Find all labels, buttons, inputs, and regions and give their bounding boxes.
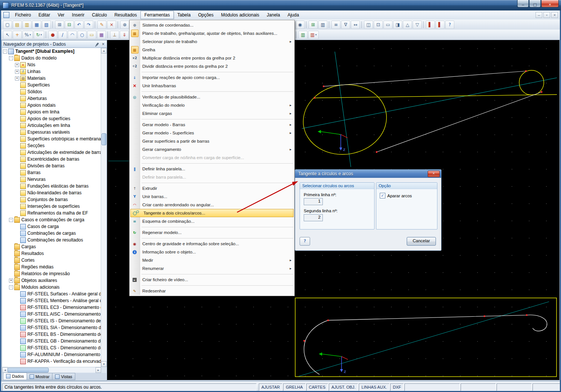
scroll-right-icon[interactable]: ► xyxy=(95,367,101,373)
menubar-item[interactable]: Editar xyxy=(35,11,54,19)
menu-item[interactable]: Tangente a dois círculos/arcos... xyxy=(130,209,294,217)
copy-button[interactable]: ⊞ xyxy=(55,21,64,29)
tree-item[interactable]: + Linhas xyxy=(2,68,101,75)
plane-button[interactable]: ▭ xyxy=(383,21,392,29)
navigator-tab[interactable]: Vistas xyxy=(52,373,75,380)
tree-expander[interactable] xyxy=(15,359,19,364)
maximize-button[interactable]: ▢ xyxy=(529,0,541,7)
tree-item[interactable]: RF-STEEL AISC - Dimensionamento de barra… xyxy=(2,311,101,317)
menu-item[interactable]: Extrudir xyxy=(130,184,294,192)
tree-item[interactable]: - Módulos adicionais xyxy=(2,284,101,291)
tree-item[interactable]: - Tangent* [Dlubal Examples] xyxy=(2,48,101,55)
menu-item[interactable]: Eliminar cargas xyxy=(130,109,294,118)
menu-item[interactable]: Gerar modelo - Superfícies xyxy=(130,129,294,137)
navigator-tab[interactable]: Dados xyxy=(3,373,27,380)
tree-expander[interactable] xyxy=(15,306,19,310)
new-circle-button[interactable]: ○ xyxy=(78,31,87,39)
menu-item[interactable]: Renumerar xyxy=(130,264,294,273)
tree-item[interactable]: Conjuntos de barras xyxy=(2,196,101,203)
tree-item[interactable]: Fundações elásticas de barras xyxy=(2,183,101,189)
dialog-cancel-button[interactable]: Cancelar xyxy=(407,237,436,246)
tree-expander[interactable] xyxy=(15,292,19,296)
tree-item[interactable]: RF-STEEL EC3 - Dimensionamento de barras xyxy=(2,304,101,311)
tree-expander[interactable] xyxy=(15,353,19,357)
menubar-item[interactable]: Inserir xyxy=(68,11,88,19)
tree-vertical-scrollbar[interactable]: ▲ ▼ xyxy=(101,48,106,367)
tables-button[interactable]: ⊟ xyxy=(65,21,74,29)
menu-item[interactable]: Importar reações de apoio como carga... xyxy=(130,73,294,82)
menu-item[interactable] xyxy=(130,162,294,165)
new-load-button[interactable]: ⇓ xyxy=(120,31,129,39)
menu-item[interactable]: Redesenhar xyxy=(130,287,294,295)
tree-item[interactable]: Apoios de superfícies xyxy=(2,115,101,122)
tree-horizontal-scrollbar[interactable]: ◄ ► xyxy=(2,367,101,373)
color-scale-button[interactable]: ▥ xyxy=(298,31,307,39)
tree-expander[interactable] xyxy=(15,332,19,337)
menubar-item[interactable]: Ver xyxy=(54,11,68,19)
menubar-item[interactable]: Resultados xyxy=(110,11,140,19)
new-node-button[interactable]: ● xyxy=(48,31,57,39)
menu-item[interactable]: Gerar superfícies a partir de barras xyxy=(130,137,294,145)
pdf-3d-button[interactable]: ▌ xyxy=(436,21,445,29)
save-button[interactable]: ▦ xyxy=(32,21,41,29)
toolbar-button[interactable] xyxy=(52,21,54,28)
tree-expander[interactable]: - xyxy=(3,49,7,54)
help-button[interactable]: ? xyxy=(445,21,454,29)
tree-item[interactable]: Interseções de superfícies xyxy=(2,203,101,210)
panel-button[interactable]: ◫ xyxy=(364,21,373,29)
menu-item[interactable] xyxy=(130,225,294,228)
tree-expander[interactable] xyxy=(15,319,19,323)
scroll-up-icon[interactable]: ▲ xyxy=(101,48,107,54)
scrollbar-thumb[interactable] xyxy=(7,368,49,373)
tree-item[interactable]: Combinações de cargas xyxy=(2,230,101,237)
menu-item[interactable]: Gerar modelo - Barras xyxy=(130,121,294,129)
dialog-help-button[interactable]: ? xyxy=(300,237,310,246)
menubar-item[interactable]: Ferramentas xyxy=(140,11,173,19)
menu-item[interactable]: Informação sobre o objeto... xyxy=(130,248,294,256)
tree-expander[interactable] xyxy=(9,245,13,249)
tree-expander[interactable] xyxy=(15,130,19,134)
snap-button[interactable]: + xyxy=(13,31,22,39)
delete-button[interactable]: × xyxy=(107,21,116,29)
tree-item[interactable]: Secções xyxy=(2,142,101,149)
trim-arcs-checkbox[interactable]: ✓ xyxy=(380,193,385,198)
tree-item[interactable]: Superfícies ortotrópicas e membranas xyxy=(2,136,101,142)
regenerate-button[interactable]: ↻ xyxy=(34,31,44,39)
tree-item[interactable]: RF-STEEL Surfaces - Análise geral de ten… xyxy=(2,291,101,297)
menu-item[interactable]: Unir linhas/barras xyxy=(130,82,294,90)
menu-item[interactable]: Criar ficheiro de vídeo... xyxy=(130,276,294,284)
scroll-left-icon[interactable]: ◄ xyxy=(2,367,8,373)
filter-button[interactable]: ∇ xyxy=(341,21,350,29)
tree-item[interactable]: Regiões médias xyxy=(2,264,101,270)
toolbar-button[interactable] xyxy=(423,21,424,28)
percent-button[interactable]: % xyxy=(22,31,33,39)
tree-expander[interactable] xyxy=(15,124,19,128)
tree-expander[interactable] xyxy=(15,238,19,242)
tree-expander[interactable] xyxy=(15,339,19,343)
dialog-titlebar[interactable]: Tangente a círculos e arcos × xyxy=(295,170,441,178)
tree-expander[interactable] xyxy=(15,225,19,229)
menu-item[interactable]: Centro de gravidade e informação sobre s… xyxy=(130,240,294,248)
toolbar-button[interactable] xyxy=(329,21,330,28)
menu-item[interactable]: Verificação do modelo xyxy=(130,101,294,109)
new-support-button[interactable]: ⊥ xyxy=(110,31,119,39)
tree-item[interactable]: Sólidos xyxy=(2,88,101,95)
tree-expander[interactable]: - xyxy=(9,218,13,222)
layers-button[interactable]: ≡ xyxy=(331,21,340,29)
menu-item[interactable]: Converter carga de nó/linha em carga de … xyxy=(130,154,294,162)
tree-item[interactable]: + Nós xyxy=(2,61,101,68)
menu-item[interactable]: Plano de trabalho, grelha/ajustar, ajust… xyxy=(130,29,294,37)
menubar-item[interactable]: Ajuda xyxy=(284,11,303,19)
new-line-button[interactable]: / xyxy=(58,31,67,39)
tree-expander[interactable]: + xyxy=(9,279,13,283)
tree-expander[interactable] xyxy=(15,198,19,202)
select-arrow-button[interactable]: ↖ xyxy=(3,31,12,39)
mdi-close-button[interactable]: × xyxy=(551,12,558,18)
undo-button[interactable]: ↶ xyxy=(75,21,84,29)
toolbar-button[interactable] xyxy=(296,31,297,38)
tree-expander[interactable] xyxy=(15,211,19,215)
tree-expander[interactable] xyxy=(15,151,19,155)
menubar-item[interactable]: Módulos adicionais xyxy=(217,11,263,19)
open-file-button[interactable]: ▤ xyxy=(13,21,22,29)
status-toggle[interactable]: GRELHA xyxy=(283,383,305,391)
